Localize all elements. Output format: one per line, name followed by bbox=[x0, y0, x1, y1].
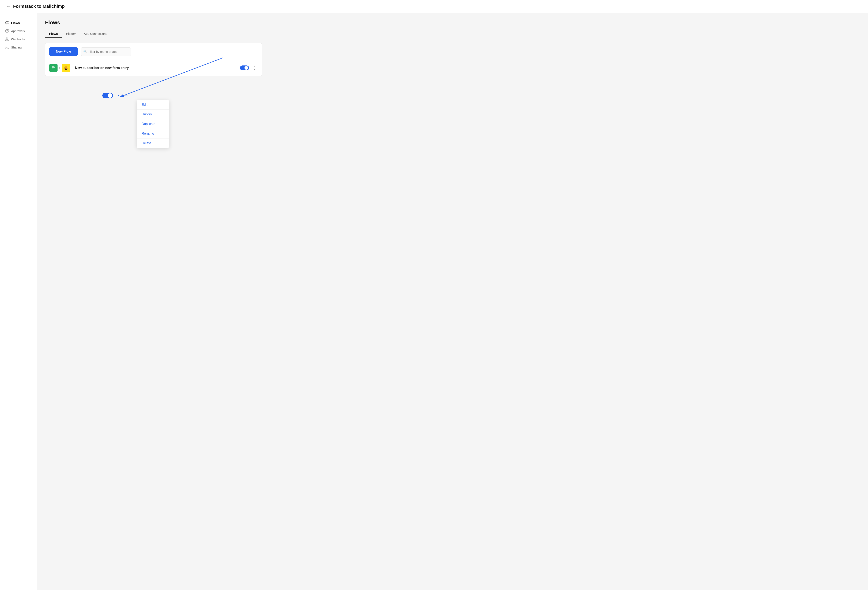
zoomed-controls: ⋮ ← bbox=[102, 93, 129, 99]
tab-flows[interactable]: Flows bbox=[45, 30, 62, 38]
main-content: Flows Flows History App Connections New … bbox=[37, 13, 868, 590]
svg-point-6 bbox=[6, 46, 7, 47]
back-button[interactable]: ← bbox=[7, 4, 11, 9]
mailchimp-icon bbox=[62, 64, 70, 72]
zoomed-menu-button[interactable]: ⋮ bbox=[115, 93, 122, 99]
flow-row: › bbox=[45, 60, 262, 76]
svg-rect-10 bbox=[52, 69, 54, 69]
flow-toggle[interactable] bbox=[240, 65, 249, 71]
sidebar-item-flows[interactable]: Flows bbox=[0, 19, 37, 27]
flow-menu-button[interactable]: ⋮ bbox=[251, 65, 258, 71]
svg-point-14 bbox=[66, 68, 67, 68]
sidebar-sharing-label: Sharing bbox=[11, 46, 22, 49]
webhooks-icon bbox=[5, 37, 9, 41]
menu-item-rename[interactable]: Rename bbox=[137, 129, 169, 138]
zoomed-area: ⋮ ← Edit History Duplicate Rename Delete bbox=[102, 93, 169, 148]
zoom-section: ⋮ ← Edit History Duplicate Rename Delete bbox=[45, 93, 262, 148]
flow-name: New subscriber on new form entry bbox=[75, 66, 240, 70]
flow-arrow: › bbox=[59, 66, 60, 70]
svg-point-20 bbox=[66, 66, 67, 67]
svg-point-13 bbox=[65, 68, 66, 68]
menu-item-delete[interactable]: Delete bbox=[137, 138, 169, 148]
sidebar: Flows Approvals bbox=[0, 13, 37, 590]
svg-rect-9 bbox=[52, 68, 55, 68]
tab-history[interactable]: History bbox=[62, 30, 80, 38]
flows-card: New Flow 🔍 bbox=[45, 43, 262, 76]
sidebar-webhooks-label: Webhooks bbox=[11, 37, 26, 41]
sidebar-approvals-label: Approvals bbox=[11, 29, 25, 33]
sidebar-item-webhooks[interactable]: Webhooks bbox=[0, 35, 37, 43]
flow-app-icons: › bbox=[49, 64, 70, 72]
tabs-bar: Flows History App Connections bbox=[45, 30, 860, 38]
sidebar-flows-label: Flows bbox=[11, 21, 20, 25]
flows-toolbar: New Flow 🔍 bbox=[45, 43, 262, 60]
svg-point-15 bbox=[65, 68, 66, 69]
svg-rect-7 bbox=[52, 66, 55, 67]
svg-rect-8 bbox=[52, 67, 55, 68]
search-icon: 🔍 bbox=[83, 50, 87, 53]
search-input[interactable] bbox=[81, 47, 131, 56]
svg-line-3 bbox=[6, 38, 7, 40]
content-title: Flows bbox=[45, 19, 860, 26]
search-wrapper: 🔍 bbox=[81, 47, 258, 56]
main-layout: Flows Approvals bbox=[0, 13, 868, 590]
svg-point-19 bbox=[65, 66, 65, 67]
flows-icon bbox=[5, 21, 9, 25]
context-menu: Edit History Duplicate Rename Delete bbox=[137, 100, 169, 148]
svg-point-16 bbox=[64, 68, 65, 69]
arrow-indicator-icon: ← bbox=[124, 93, 129, 99]
menu-item-duplicate[interactable]: Duplicate bbox=[137, 119, 169, 129]
tab-app-connections[interactable]: App Connections bbox=[80, 30, 111, 38]
svg-line-4 bbox=[7, 38, 8, 40]
svg-point-17 bbox=[67, 68, 68, 69]
approvals-icon bbox=[5, 29, 9, 33]
flow-actions: ⋮ bbox=[240, 65, 258, 71]
top-header: ← Formstack to Mailchimp bbox=[0, 0, 868, 13]
sharing-icon bbox=[5, 45, 9, 49]
zoomed-toggle[interactable] bbox=[102, 93, 113, 99]
menu-item-history[interactable]: History bbox=[137, 110, 169, 119]
menu-item-edit[interactable]: Edit bbox=[137, 100, 169, 110]
formstack-icon bbox=[49, 64, 58, 72]
new-flow-button[interactable]: New Flow bbox=[49, 47, 78, 56]
page-title: Formstack to Mailchimp bbox=[13, 4, 65, 9]
sidebar-item-sharing[interactable]: Sharing bbox=[0, 43, 37, 51]
sidebar-item-approvals[interactable]: Approvals bbox=[0, 27, 37, 35]
